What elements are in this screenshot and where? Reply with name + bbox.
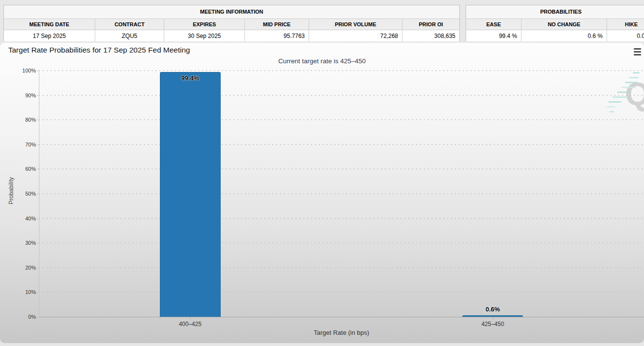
y-tick-label: 70% — [1, 142, 36, 147]
column-header: HIKE — [607, 19, 644, 30]
y-tick-label: 30% — [1, 240, 36, 246]
table-cell: 72,268 — [309, 30, 402, 41]
y-axis-title: Probability — [8, 190, 15, 204]
menu-bar — [634, 54, 641, 55]
menu-bar — [634, 48, 641, 50]
probabilities-header-row: EASENO CHANGEHIKE — [466, 19, 644, 30]
table-cell: 30 Sep 2025 — [164, 30, 245, 41]
meeting-information-title: MEETING INFORMATION — [4, 5, 459, 19]
hamburger-menu-icon[interactable] — [634, 48, 642, 55]
meeting-information-data-row: 17 Sep 2025ZQU530 Sep 202595.776372,2683… — [4, 30, 459, 41]
x-axis-title: Target Rate (in bps) — [39, 329, 644, 336]
probability-bar[interactable] — [160, 72, 221, 317]
probabilities-table: PROBABILITIES EASENO CHANGEHIKE 99.4 %0.… — [466, 5, 644, 41]
meeting-information-table: MEETING INFORMATION MEETING DATECONTRACT… — [3, 5, 460, 41]
y-tick-label: 80% — [1, 117, 36, 123]
y-tick-label: 20% — [1, 265, 36, 271]
column-header: PRIOR VOLUME — [309, 19, 402, 30]
x-tick-mark — [493, 317, 493, 319]
table-cell: 95.7763 — [245, 30, 309, 41]
column-header: CONTRACT — [95, 19, 164, 30]
probabilities-title: PROBABILITIES — [466, 5, 644, 19]
table-cell: 99.4 % — [466, 30, 522, 41]
table-cell: 0.0 % — [607, 30, 644, 41]
bar-value-label: 0.6% — [464, 306, 522, 313]
chart-title: Target Rate Probabilities for 17 Sep 202… — [8, 46, 190, 55]
bar-value-label: 99.4% — [161, 74, 219, 82]
table-cell: 308,635 — [402, 30, 459, 41]
top-tables: MEETING INFORMATION MEETING DATECONTRACT… — [0, 5, 644, 41]
table-cell: 0.6 % — [522, 30, 607, 41]
y-tick-label: 50% — [1, 191, 36, 197]
meeting-information-header-row: MEETING DATECONTRACTEXPIRESMID PRICEPRIO… — [4, 19, 459, 30]
menu-bar — [634, 51, 641, 53]
column-header: NO CHANGE — [522, 19, 607, 30]
y-tick-label: 0% — [1, 314, 36, 320]
probabilities-data-row: 99.4 %0.6 %0.0 % — [466, 30, 644, 41]
x-tick-label: 400–425 — [161, 321, 219, 328]
y-tick-label: 40% — [1, 216, 36, 221]
table-cell: ZQU5 — [95, 30, 164, 41]
column-header: MEETING DATE — [4, 19, 95, 30]
x-axis-line — [39, 317, 644, 317]
column-header: PRIOR OI — [402, 19, 459, 30]
chart-subtitle: Current target rate is 425–450 — [0, 57, 644, 65]
plot-area: 99.4%0.6% — [39, 71, 644, 317]
x-tick-label: 425–450 — [464, 321, 522, 328]
y-tick-label: 10% — [1, 289, 36, 295]
column-header: MID PRICE — [245, 19, 309, 30]
y-tick-label: 60% — [1, 166, 36, 172]
target-rate-chart: Target Rate Probabilities for 17 Sep 202… — [0, 43, 644, 343]
x-tick-mark — [190, 317, 191, 319]
column-header: EXPIRES — [164, 19, 245, 30]
y-tick-label: 100% — [1, 68, 36, 73]
column-header: EASE — [466, 19, 522, 30]
y-tick-label: 90% — [1, 92, 36, 98]
table-cell: 17 Sep 2025 — [4, 30, 95, 41]
